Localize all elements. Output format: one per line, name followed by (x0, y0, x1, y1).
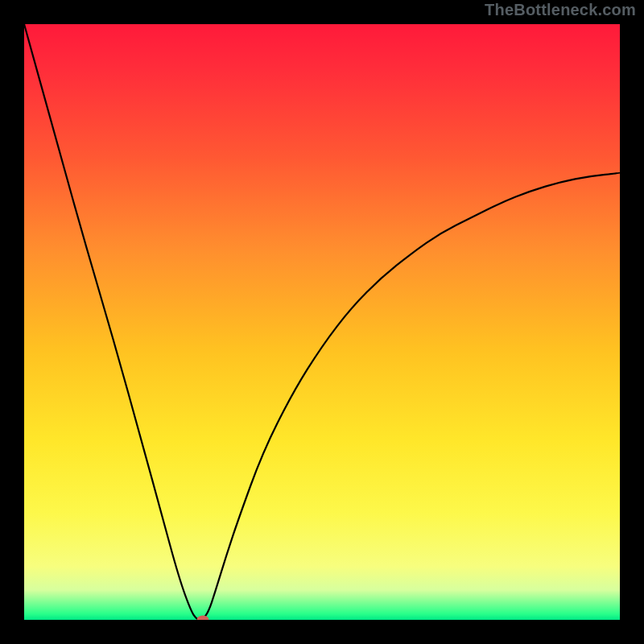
chart-container: TheBottleneck.com (0, 0, 644, 644)
curve-svg (24, 24, 620, 620)
plot-area (24, 24, 620, 620)
optimal-marker-icon (197, 616, 209, 621)
bottleneck-curve (24, 24, 620, 620)
watermark: TheBottleneck.com (485, 1, 636, 19)
